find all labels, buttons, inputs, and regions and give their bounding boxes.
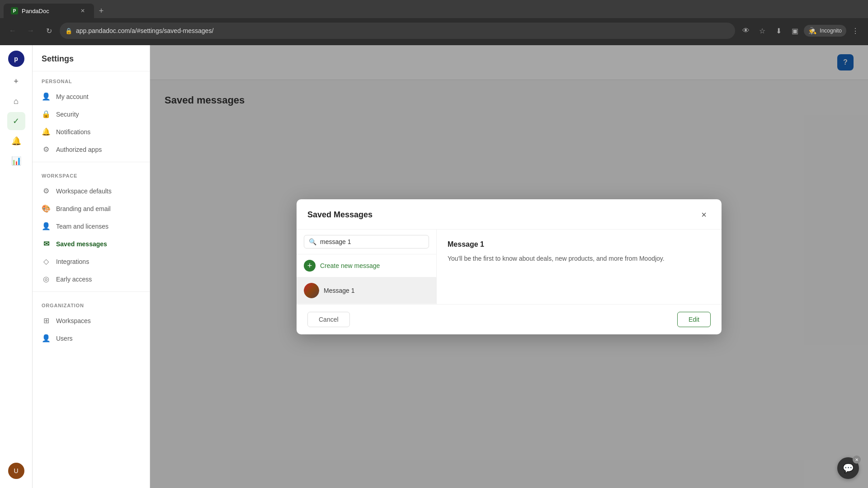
search-wrapper[interactable]: 🔍 [304,235,429,249]
tab-favicon: P [11,7,18,14]
sidebar-item-workspace-defaults[interactable]: ⚙ Workspace defaults [33,182,150,200]
eye-off-icon[interactable]: 👁 [739,23,753,38]
sidebar-item-workspaces[interactable]: ⊞ Workspaces [33,312,150,329]
create-new-message-button[interactable]: + Create new message [297,254,436,277]
chat-widget[interactable]: 💬 ✕ [837,457,859,479]
sidebar-item-saved-messages[interactable]: ✉ Saved messages [33,235,150,253]
branding-label: Branding and email [56,205,111,212]
download-icon[interactable]: ⬇ [771,23,786,38]
modal-overlay: Saved Messages × 🔍 [150,45,868,488]
menu-button[interactable]: ⋮ [848,23,863,38]
users-label: Users [56,335,73,342]
incognito-label: Incognito [820,28,842,34]
incognito-icon: 🕵 [808,27,817,35]
sidebar-item-early-access[interactable]: ◎ Early access [33,270,150,288]
modal-header: Saved Messages × [297,199,722,230]
cancel-button[interactable]: Cancel [307,312,350,327]
main-content: ? Saved messages Saved Messages × [150,45,868,488]
logo-text: p [14,55,18,62]
chat-icon: 💬 [843,463,854,474]
person-icon: 👤 [42,92,51,101]
address-bar[interactable]: 🔒 app.pandadoc.com/a/#settings/saved-mes… [60,23,735,39]
search-input[interactable] [320,238,424,245]
url-display: app.pandadoc.com/a/#settings/saved-messa… [76,27,730,34]
tab-close-button[interactable]: ✕ [79,7,87,15]
bell-icon[interactable]: 🔔 [7,132,25,150]
workspace-icon: ⚙ [42,187,51,195]
modal-footer: Cancel Edit [297,304,722,334]
layout-icon[interactable]: ▣ [788,23,802,38]
message-list-item[interactable]: Message 1 [297,277,436,304]
forward-button[interactable]: → [24,23,38,38]
early-access-icon: ◎ [42,275,51,283]
add-button[interactable]: + [7,72,25,90]
create-new-label: Create new message [320,262,380,269]
sidebar-divider-2 [33,291,150,292]
sidebar-item-notifications[interactable]: 🔔 Notifications [33,123,150,141]
message-item-label: Message 1 [324,287,354,294]
authorized-apps-label: Authorized apps [56,146,102,153]
modal-right-panel: Message 1 You'll be the first to know ab… [437,230,722,304]
new-tab-button[interactable]: + [94,4,108,18]
app-logo[interactable]: p [8,51,24,67]
messages-icon: ✉ [42,239,51,248]
settings-title: Settings [42,54,74,63]
app-layout: p + ⌂ ✓ 🔔 📊 U Settings PERSONAL 👤 My acc… [0,45,868,488]
tab-title: PandaDoc [22,8,49,14]
modal-search-area: 🔍 [297,230,436,254]
modal-title: Saved Messages [307,210,373,220]
sidebar-item-authorized-apps[interactable]: ⚙ Authorized apps [33,141,150,158]
notifications-icon: 🔔 [42,127,51,136]
message-thumb-image [304,283,319,298]
active-tab[interactable]: P PandaDoc ✕ [4,4,94,18]
sidebar-item-integrations[interactable]: ◇ Integrations [33,253,150,270]
lock-icon: 🔒 [65,28,72,34]
team-label: Team and licenses [56,223,108,230]
chat-close-button[interactable]: ✕ [853,455,861,464]
browser-tabs: P PandaDoc ✕ + [0,0,868,18]
sidebar-item-security[interactable]: 🔒 Security [33,105,150,123]
incognito-badge: 🕵 Incognito [804,25,846,37]
selected-message-title: Message 1 [448,240,711,249]
bookmark-icon[interactable]: ☆ [755,23,769,38]
workspace-section-label: WORKSPACE [33,166,150,182]
back-button[interactable]: ← [5,23,20,38]
my-account-label: My account [56,93,89,100]
modal-close-button[interactable]: × [697,208,711,222]
sidebar-item-branding[interactable]: 🎨 Branding and email [33,200,150,217]
home-icon[interactable]: ⌂ [7,92,25,110]
browser-toolbar: ← → ↻ 🔒 app.pandadoc.com/a/#settings/sav… [0,18,868,43]
browser-chrome: P PandaDoc ✕ + ← → ↻ 🔒 app.pandadoc.com/… [0,0,868,45]
workspaces-icon: ⊞ [42,316,51,325]
organization-section-label: ORGANIZATION [33,296,150,312]
saved-messages-modal: Saved Messages × 🔍 [297,199,722,334]
workspace-defaults-label: Workspace defaults [56,188,112,195]
chart-icon[interactable]: 📊 [7,152,25,170]
sidebar-item-my-account[interactable]: 👤 My account [33,88,150,105]
sidebar: Settings PERSONAL 👤 My account 🔒 Securit… [33,45,150,488]
saved-messages-label: Saved messages [56,240,107,248]
notifications-label: Notifications [56,128,90,136]
integrations-label: Integrations [56,258,89,265]
users-icon: 👤 [42,334,51,343]
edit-button[interactable]: Edit [677,312,711,327]
check-icon[interactable]: ✓ [7,112,25,130]
lock-icon: 🔒 [42,110,51,118]
sidebar-divider-1 [33,162,150,162]
message-thumbnail [304,283,319,298]
workspaces-label: Workspaces [56,317,91,324]
selected-message-body: You'll be the first to know about deals,… [448,254,711,263]
user-avatar[interactable]: U [8,463,24,479]
message-list: Message 1 [297,277,436,304]
add-circle-icon: + [304,260,316,272]
toolbar-actions: 👁 ☆ ⬇ ▣ 🕵 Incognito ⋮ [739,23,863,38]
team-icon: 👤 [42,222,51,230]
sidebar-item-users[interactable]: 👤 Users [33,329,150,347]
modal-left-panel: 🔍 + Create new message [297,230,437,304]
reload-button[interactable]: ↻ [42,23,56,38]
personal-section-label: PERSONAL [33,71,150,88]
close-icon: × [701,210,707,220]
icon-strip: p + ⌂ ✓ 🔔 📊 U [0,45,33,488]
sidebar-header: Settings [33,45,150,71]
sidebar-item-team[interactable]: 👤 Team and licenses [33,217,150,235]
